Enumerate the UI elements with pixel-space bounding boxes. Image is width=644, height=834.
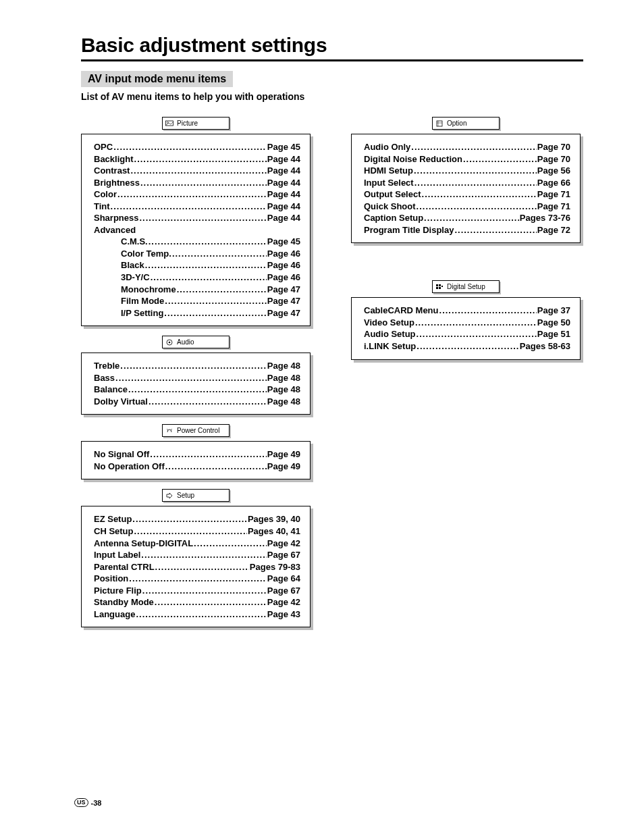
menu-item-label: Caption Setup bbox=[364, 212, 423, 224]
leader-dots bbox=[417, 201, 537, 213]
menu-item-label: Quick Shoot bbox=[364, 201, 416, 213]
leader-dots bbox=[151, 271, 267, 284]
menu-group-picture: PictureOPC Page 45Backlight Page 44Contr… bbox=[81, 117, 311, 326]
leader-dots bbox=[155, 596, 267, 608]
group-header: Digital Setup bbox=[432, 280, 500, 293]
menu-item: Input Select Page 66 bbox=[364, 177, 570, 189]
page-ref: Page 67 bbox=[267, 549, 300, 561]
svg-rect-4 bbox=[437, 121, 442, 126]
setup-icon bbox=[165, 492, 173, 499]
leader-dots bbox=[422, 188, 537, 201]
page-ref: Pages 58-63 bbox=[520, 340, 570, 353]
menu-item-label: Monochrome bbox=[121, 284, 176, 296]
menu-item: Caption Setup Pages 73-76 bbox=[364, 212, 570, 224]
menu-item: Advanced bbox=[94, 224, 300, 236]
menu-item: Balance Page 48 bbox=[94, 384, 300, 396]
menu-item: Input Label Page 67 bbox=[94, 549, 300, 561]
menu-item-label: Contrast bbox=[94, 165, 130, 177]
leader-dots bbox=[128, 384, 267, 396]
menu-item: Backlight Page 44 bbox=[94, 153, 300, 165]
audio-icon bbox=[165, 339, 173, 346]
svg-rect-8 bbox=[439, 287, 441, 289]
menu-item-label: CH Setup bbox=[94, 525, 134, 538]
page-ref: Page 45 bbox=[267, 236, 300, 248]
menu-item: OPC Page 45 bbox=[94, 141, 300, 153]
page-ref: Pages 73-76 bbox=[520, 212, 570, 224]
group-header: Setup bbox=[162, 489, 230, 502]
leader-dots bbox=[130, 165, 266, 177]
menu-item: Color Page 44 bbox=[94, 188, 300, 201]
menu-item: Antenna Setup-DIGITAL Page 42 bbox=[94, 538, 300, 550]
menu-item-label: Input Label bbox=[94, 549, 140, 561]
group-box: No Signal Off Page 49No Operation Off Pa… bbox=[81, 441, 311, 479]
menu-item-label: Parental CTRL bbox=[94, 561, 155, 573]
group-header: Picture bbox=[162, 117, 230, 130]
menu-item-label: Balance bbox=[94, 384, 128, 396]
page-ref: Page 71 bbox=[537, 188, 570, 201]
page-ref: Page 44 bbox=[267, 177, 300, 189]
menu-item: Digital Noise Reduction Page 70 bbox=[364, 153, 570, 165]
page-ref: Page 66 bbox=[537, 177, 570, 189]
menu-item: EZ Setup Pages 39, 40 bbox=[94, 513, 300, 525]
menu-item: Video Setup Page 50 bbox=[364, 317, 570, 329]
group-header-label: Audio bbox=[177, 338, 194, 346]
svg-point-1 bbox=[167, 122, 169, 123]
leader-dots bbox=[149, 236, 267, 248]
menu-item-label: Language bbox=[94, 608, 135, 621]
page-ref: Page 47 bbox=[267, 284, 300, 296]
menu-item: Language Page 43 bbox=[94, 608, 300, 621]
page-ref: Page 46 bbox=[267, 271, 300, 284]
page-ref: Page 48 bbox=[267, 384, 300, 396]
leader-dots bbox=[132, 513, 247, 525]
menu-item: HDMI Setup Page 56 bbox=[364, 165, 570, 177]
picture-icon bbox=[165, 120, 173, 127]
leader-dots bbox=[115, 372, 267, 384]
menu-item-label: Sharpness bbox=[94, 212, 138, 224]
page-ref: Pages 40, 41 bbox=[248, 525, 300, 538]
menu-item: Picture Flip Page 67 bbox=[94, 585, 300, 597]
title-divider bbox=[81, 59, 583, 61]
menu-item: CH Setup Pages 40, 41 bbox=[94, 525, 300, 538]
leader-dots bbox=[194, 538, 267, 550]
group-header-label: Power Control bbox=[177, 427, 219, 434]
leader-dots bbox=[463, 153, 537, 165]
leader-dots bbox=[172, 248, 267, 260]
menu-item-label: Tint bbox=[94, 201, 110, 213]
leader-dots bbox=[417, 340, 519, 353]
menu-item-label: Black bbox=[121, 259, 144, 271]
svg-rect-6 bbox=[439, 284, 441, 286]
group-box: Treble Page 48Bass Page 48Balance Page 4… bbox=[81, 353, 311, 415]
power-control-icon bbox=[165, 427, 173, 434]
page-ref: Page 44 bbox=[267, 201, 300, 213]
leader-dots bbox=[150, 448, 267, 461]
leader-dots bbox=[149, 396, 267, 408]
leader-dots bbox=[414, 177, 537, 189]
menu-item: Parental CTRL Pages 79-83 bbox=[94, 561, 300, 573]
page-ref: Page 70 bbox=[537, 153, 570, 165]
menu-item-label: Video Setup bbox=[364, 317, 414, 329]
menu-item: Bass Page 48 bbox=[94, 372, 300, 384]
menu-item-label: HDMI Setup bbox=[364, 165, 413, 177]
menu-item-label: C.M.S. bbox=[121, 236, 148, 248]
menu-item-label: Treble bbox=[94, 360, 119, 372]
leader-dots bbox=[417, 328, 537, 340]
right-column: OptionAudio Only Page 70Digital Noise Re… bbox=[351, 117, 581, 369]
menu-item-label: Input Select bbox=[364, 177, 414, 189]
page-ref: Page 46 bbox=[267, 259, 300, 271]
page-ref: Page 48 bbox=[267, 360, 300, 372]
svg-point-3 bbox=[169, 341, 171, 343]
group-header-label: Setup bbox=[177, 492, 194, 499]
page-ref: Page 46 bbox=[267, 248, 300, 260]
menu-item-label: Advanced bbox=[94, 224, 136, 236]
menu-item-label: Audio Setup bbox=[364, 328, 416, 340]
page-ref: Page 50 bbox=[537, 317, 570, 329]
menu-item: Contrast Page 44 bbox=[94, 165, 300, 177]
leader-dots bbox=[165, 295, 267, 307]
menu-item-label: Film Mode bbox=[121, 295, 164, 307]
page-ref: Page 67 bbox=[267, 585, 300, 597]
menu-group-audio: AudioTreble Page 48Bass Page 48Balance P… bbox=[81, 336, 311, 415]
menu-item-label: Dolby Virtual bbox=[94, 396, 148, 408]
page-ref: Page 71 bbox=[537, 201, 570, 213]
section-label: AV input mode menu items bbox=[81, 71, 233, 87]
page-ref: Pages 79-83 bbox=[250, 561, 300, 573]
